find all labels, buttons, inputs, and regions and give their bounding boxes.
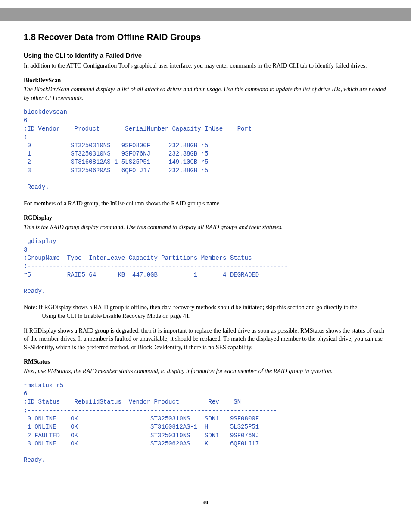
page-content: 1.8 Recover Data from Offline RAID Group… bbox=[0, 21, 411, 514]
paragraph-after-blockdevscan: For members of a RAID group, the InUse c… bbox=[24, 199, 387, 208]
note-line-2: Using the CLI to Enable/Disable Recovery… bbox=[24, 313, 190, 319]
blockdevscan-title: BlockDevScan bbox=[24, 76, 387, 85]
blockdevscan-cli-output: blockdevscan 6 ;ID Vendor Product Serial… bbox=[24, 108, 387, 191]
rgdisplay-cli-output: rgdisplay 3 ;GroupName Type Interleave C… bbox=[24, 237, 387, 296]
note-line-1: Note: If RGDisplay shows a RAID group is… bbox=[24, 304, 357, 311]
blockdevscan-desc: The BlockDevScan command displays a list… bbox=[24, 85, 387, 102]
rmstatus-title: RMStatus bbox=[24, 358, 387, 366]
rgdisplay-desc: This is the RAID group display command. … bbox=[24, 223, 387, 232]
intro-paragraph: In addition to the ATTO Configuration To… bbox=[24, 62, 387, 70]
page-number: 40 bbox=[24, 499, 387, 506]
footer-rule bbox=[197, 495, 214, 495]
rgdisplay-title: RGDisplay bbox=[24, 214, 387, 222]
section-heading: 1.8 Recover Data from Offline RAID Group… bbox=[24, 31, 387, 43]
subsection-heading: Using the CLI to Identify a Failed Drive bbox=[24, 51, 387, 60]
rmstatus-cli-output: rmstatus r5 6 ;ID Status RebuildStatus V… bbox=[24, 382, 387, 465]
page-footer: 40 bbox=[24, 491, 387, 506]
rmstatus-desc: Next, use RMStatus, the RAID member stat… bbox=[24, 367, 387, 376]
top-bar bbox=[0, 8, 411, 21]
paragraph-after-note: If RGDisplay shows a RAID group is degra… bbox=[24, 327, 387, 352]
note-paragraph: Note: If RGDisplay shows a RAID group is… bbox=[24, 303, 387, 320]
